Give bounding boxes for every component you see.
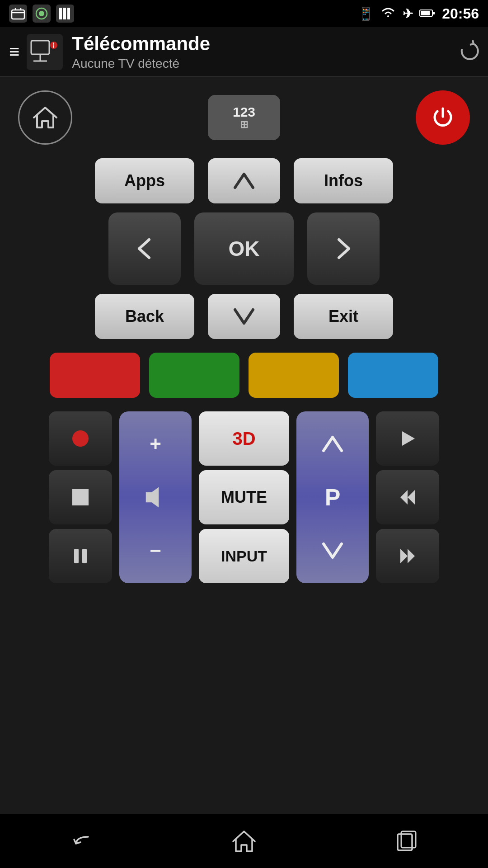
ok-label: OK bbox=[229, 236, 260, 261]
pause-button[interactable] bbox=[49, 529, 112, 583]
volume-up-icon[interactable]: + bbox=[150, 433, 161, 455]
back-button[interactable]: Back bbox=[95, 294, 194, 339]
volume-icon bbox=[142, 484, 169, 511]
svg-marker-21 bbox=[146, 488, 158, 506]
btn-123-label: 123 bbox=[233, 104, 255, 119]
svg-rect-6 bbox=[59, 8, 62, 19]
power-button[interactable] bbox=[416, 90, 470, 145]
infos-button[interactable]: Infos bbox=[294, 158, 393, 203]
svg-rect-0 bbox=[12, 10, 24, 19]
input-button[interactable]: INPUT bbox=[199, 529, 289, 583]
svg-rect-19 bbox=[74, 549, 79, 563]
3d-label: 3D bbox=[232, 429, 255, 449]
home-button[interactable] bbox=[18, 90, 72, 145]
ok-button[interactable]: OK bbox=[194, 212, 294, 285]
green-button[interactable] bbox=[149, 353, 239, 398]
nav-bar bbox=[0, 814, 488, 868]
app-subtitle: Aucune TV détecté bbox=[72, 57, 456, 71]
row-nav-top: Apps Infos bbox=[18, 158, 470, 203]
media-middle-controls: 3D MUTE INPUT bbox=[199, 411, 289, 583]
status-bar: 📱 ✈ 20:56 bbox=[0, 0, 488, 27]
remote-body: 123 ⊞ Apps Infos OK bbox=[0, 77, 488, 597]
svg-marker-22 bbox=[402, 431, 415, 446]
svg-rect-20 bbox=[82, 549, 87, 563]
exit-button[interactable]: Exit bbox=[294, 294, 393, 339]
svg-marker-23 bbox=[400, 490, 408, 505]
record-button[interactable] bbox=[49, 411, 112, 466]
nav-home-button[interactable] bbox=[226, 823, 262, 859]
numeric-button[interactable]: 123 ⊞ bbox=[208, 95, 280, 140]
yellow-button[interactable] bbox=[249, 353, 339, 398]
refresh-button[interactable] bbox=[456, 38, 479, 66]
channel-control[interactable]: P bbox=[296, 411, 369, 583]
red-button[interactable] bbox=[50, 353, 140, 398]
right-button[interactable] bbox=[307, 212, 380, 285]
status-app-icon-1 bbox=[9, 5, 27, 23]
stop-square bbox=[72, 489, 89, 505]
status-app-icon-3 bbox=[56, 5, 74, 23]
play-button[interactable] bbox=[376, 411, 439, 466]
svg-rect-10 bbox=[421, 11, 430, 15]
wifi-icon bbox=[380, 5, 396, 22]
fastforward-button[interactable] bbox=[376, 529, 439, 583]
stop-button[interactable] bbox=[49, 470, 112, 524]
input-label: INPUT bbox=[221, 547, 267, 565]
status-bar-right: 📱 ✈ 20:56 bbox=[358, 5, 479, 22]
header-text: Télécommande Aucune TV détecté bbox=[72, 33, 456, 71]
channel-down-icon[interactable] bbox=[319, 539, 346, 562]
row-top: 123 ⊞ bbox=[18, 90, 470, 145]
channel-up-icon[interactable] bbox=[319, 433, 346, 455]
svg-rect-7 bbox=[63, 8, 66, 19]
row-nav-bottom: Back Exit bbox=[18, 294, 470, 339]
svg-marker-26 bbox=[408, 549, 415, 563]
mute-button[interactable]: MUTE bbox=[199, 470, 289, 524]
menu-button[interactable]: ≡ bbox=[9, 42, 19, 62]
time-display: 20:56 bbox=[442, 5, 479, 22]
mute-label: MUTE bbox=[221, 488, 267, 507]
svg-rect-8 bbox=[67, 8, 70, 19]
phone-icon: 📱 bbox=[358, 6, 374, 21]
svg-rect-11 bbox=[432, 12, 435, 14]
3d-button[interactable]: 3D bbox=[199, 411, 289, 466]
nav-recents-button[interactable] bbox=[389, 823, 425, 859]
row-colors bbox=[18, 353, 470, 398]
battery-icon bbox=[419, 6, 436, 21]
app-title: Télécommande bbox=[72, 33, 456, 55]
btn-123-grid: ⊞ bbox=[240, 119, 248, 130]
svg-marker-25 bbox=[400, 549, 408, 563]
blue-button[interactable] bbox=[348, 353, 438, 398]
up-button[interactable] bbox=[208, 158, 280, 203]
apps-button[interactable]: Apps bbox=[95, 158, 194, 203]
app-icon bbox=[27, 34, 63, 70]
status-app-icon-2 bbox=[33, 5, 51, 23]
row-media: + − 3D MUTE INPUT P bbox=[18, 411, 470, 583]
left-button[interactable] bbox=[108, 212, 181, 285]
svg-marker-24 bbox=[408, 490, 415, 505]
record-dot bbox=[72, 430, 89, 447]
status-bar-left bbox=[9, 5, 74, 23]
nav-back-button[interactable] bbox=[63, 823, 99, 859]
volume-down-icon[interactable]: − bbox=[150, 539, 161, 562]
row-dpad: OK bbox=[18, 212, 470, 285]
svg-point-5 bbox=[39, 11, 44, 16]
channel-p-label: P bbox=[325, 484, 341, 511]
rewind-button[interactable] bbox=[376, 470, 439, 524]
down-button[interactable] bbox=[208, 294, 280, 339]
app-header: ≡ Télécommande Aucune TV détecté bbox=[0, 27, 488, 77]
airplane-icon: ✈ bbox=[403, 6, 413, 21]
media-right-controls bbox=[376, 411, 439, 583]
media-left-controls bbox=[49, 411, 112, 583]
volume-control[interactable]: + − bbox=[119, 411, 192, 583]
